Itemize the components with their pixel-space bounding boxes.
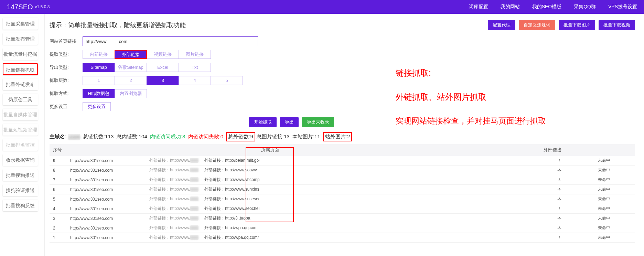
cell-site: http://www.301seo.com	[70, 168, 149, 173]
cell-p2: 外部链接：http://www.sunxins	[204, 186, 259, 192]
opt-inner-link[interactable]: 内部链接	[83, 50, 115, 59]
label-crawl-depth: 抓取层数:	[50, 77, 83, 84]
cell-status: 未命中	[573, 196, 635, 202]
th-ext-link: 外部链接	[470, 147, 635, 153]
label-homepage-url: 网站首页链接	[50, 38, 83, 44]
opt-outer-link[interactable]: 外部链接	[115, 50, 147, 59]
sidebar-item-rewrite[interactable]: 伪原创工具	[3, 94, 38, 105]
opt-depth-5[interactable]: 5	[211, 76, 243, 85]
opt-sitemap[interactable]: Sitemap	[83, 63, 115, 72]
opt-depth-2[interactable]: 2	[115, 76, 147, 85]
main-panel: 提示：简单批量链接抓取，陆续更新增强抓取功能 配置代理 自定义违规词 批量下载图…	[45, 14, 644, 256]
opt-depth-3[interactable]: 3	[147, 76, 179, 85]
btn-custom-illegal-word[interactable]: 自定义违规词	[519, 20, 555, 30]
cell-status: 未命中	[573, 186, 635, 192]
cell-status: 未命中	[573, 235, 635, 241]
table-row[interactable]: 3http://www.301seo.com外部链接：http://www.xx…	[50, 214, 635, 223]
opt-video-link[interactable]: 视频链接	[147, 50, 179, 59]
btn-download-videos[interactable]: 批量下载视频	[599, 20, 635, 30]
table-body: 9http://www.301seo.com外部链接：http://www.xx…	[50, 156, 635, 243]
btn-download-images[interactable]: 批量下载图片	[559, 20, 595, 30]
btn-export-unindexed[interactable]: 导出未收录	[302, 117, 334, 127]
label-crawl-method: 抓取方式:	[50, 90, 83, 97]
sidebar-item-sogou-feedback[interactable]: 批量搜狗反馈	[3, 200, 38, 211]
tip-text: 提示：简单批量链接抓取，陆续更新增强抓取功能	[50, 21, 186, 29]
cell-p1: 外部链接：http://www.xxxx	[149, 215, 204, 221]
cell-status: 未命中	[573, 215, 635, 221]
stats-total-links: 总链接数:113	[83, 134, 114, 140]
sidebar-item-sogou-push[interactable]: 批量搜狗推送	[3, 169, 38, 181]
cell-p1: 外部链接：http://www.xxxx	[149, 186, 204, 192]
cell-seq: 3	[50, 216, 70, 221]
cell-site: http://www.301seo.com	[70, 197, 149, 202]
sidebar-item-index-query[interactable]: 收录数据查询	[3, 154, 38, 166]
sidebar-item-rank[interactable]: 批量排名监控	[3, 139, 38, 151]
opt-builtin-browser[interactable]: 内置浏览器	[115, 89, 147, 98]
btn-config-proxy[interactable]: 配置代理	[488, 20, 515, 30]
nav-qq-group[interactable]: 采集QQ群	[574, 4, 596, 10]
opt-http-packet[interactable]: Http数据包	[83, 89, 115, 98]
opt-depth-1[interactable]: 1	[83, 76, 115, 85]
cell-seq: 1	[50, 235, 70, 240]
cell-status: 未命中	[573, 206, 635, 212]
opt-google-sitemap[interactable]: 谷歌Sitemap	[115, 63, 147, 72]
cell-p1: 外部链接：http://www.xxxx	[149, 196, 204, 202]
table-row[interactable]: 5http://www.301seo.com外部链接：http://www.xx…	[50, 194, 635, 204]
top-nav: 词库配置 我的网站 我的SEO模版 采集QQ群 VPS拨号设置	[469, 4, 637, 10]
sidebar-item-video[interactable]: 批量短视频管理	[3, 124, 38, 136]
opt-depth-4[interactable]: 4	[179, 76, 211, 85]
stats-inner-ok: 内链访问成功:3	[150, 134, 185, 140]
table-row[interactable]: 8http://www.301seo.com外部链接：http://www.xx…	[50, 166, 635, 175]
table-row[interactable]: 6http://www.301seo.com外部链接：http://www.xx…	[50, 185, 635, 194]
sidebar-item-media[interactable]: 批量自媒体管理	[3, 109, 38, 120]
table-header: 序号 所属页面 外部链接	[50, 144, 635, 156]
th-page: 所属页面	[70, 147, 470, 153]
cell-status: 未命中	[573, 225, 635, 231]
btn-export[interactable]: 导出	[280, 117, 299, 127]
input-homepage-url[interactable]	[83, 36, 258, 46]
extract-type-group: 内部链接 外部链接 视频链接 图片链接	[83, 50, 211, 59]
cell-p1: 外部链接：http://www.xxxx	[149, 167, 204, 173]
opt-txt[interactable]: Txt	[179, 63, 211, 72]
cell-dash: -/-	[546, 158, 573, 163]
cell-p2: 外部链接：http://www.soowv	[204, 167, 259, 173]
table-row[interactable]: 4http://www.301seo.com外部链接：http://www.xx…	[50, 204, 635, 214]
th-seq: 序号	[50, 147, 70, 153]
cell-site: http://www.301seo.com	[70, 187, 149, 192]
nav-my-seo-template[interactable]: 我的SEO模版	[532, 4, 562, 10]
sidebar-item-link-crawl[interactable]: 批量链接抓取	[3, 63, 38, 75]
btn-more-settings[interactable]: 更多设置	[83, 102, 111, 111]
sidebar-item-collect[interactable]: 批量采集管理	[3, 18, 38, 30]
cell-seq: 7	[50, 178, 70, 182]
cell-dash: -/-	[546, 168, 573, 173]
method-group: Http数据包 内置浏览器	[83, 89, 147, 98]
nav-keyword-config[interactable]: 词库配置	[469, 4, 488, 10]
cell-p1: 外部链接：http://www.xxxx	[149, 225, 204, 231]
btn-start-crawl[interactable]: 开始抓取	[249, 117, 277, 127]
table-row[interactable]: 7http://www.301seo.com外部链接：http://www.xx…	[50, 175, 635, 185]
opt-image-link[interactable]: 图片链接	[179, 50, 211, 59]
cell-dash: -/-	[546, 178, 573, 182]
sidebar-item-publish[interactable]: 批量发布管理	[3, 33, 38, 45]
table-row[interactable]: 1http://www.301seo.com外部链接：http://www.xx…	[50, 233, 635, 243]
stats-total-inner: 总内链数:104	[117, 134, 147, 140]
cell-site: http://www.301seo.com	[70, 158, 149, 163]
stats-out-img: 站外图片:2	[323, 132, 352, 141]
table-row[interactable]: 2http://www.301seo.com外部链接：http://www.xx…	[50, 223, 635, 233]
sidebar-item-backlink[interactable]: 批量外链发布	[3, 78, 38, 90]
sidebar-item-traffic-word[interactable]: 批量流量词挖掘	[3, 48, 38, 60]
cell-p2: 外部链接：http://wpa.qq.com/	[204, 235, 259, 241]
stats-site-img: 本站图片:11	[292, 134, 320, 140]
cell-p2: 外部链接：http://www.yhcomp	[204, 177, 259, 183]
cell-dash: -/-	[546, 226, 573, 231]
cell-dash: -/-	[546, 216, 573, 221]
nav-my-site[interactable]: 我的网站	[501, 4, 520, 10]
table-row[interactable]: 9http://www.301seo.com外部链接：http://www.xx…	[50, 156, 635, 166]
cell-seq: 2	[50, 226, 70, 231]
sidebar-item-sogou-verify[interactable]: 搜狗验证推送	[3, 184, 38, 196]
cell-p1: 外部链接：http://www.xxxx	[149, 177, 204, 183]
nav-vps-dial[interactable]: VPS拨号设置	[608, 4, 637, 10]
label-more-settings: 更多设置	[50, 104, 83, 110]
cell-p1: 外部链接：http://www.xxxx	[149, 206, 204, 212]
opt-excel[interactable]: Excel	[147, 63, 179, 72]
